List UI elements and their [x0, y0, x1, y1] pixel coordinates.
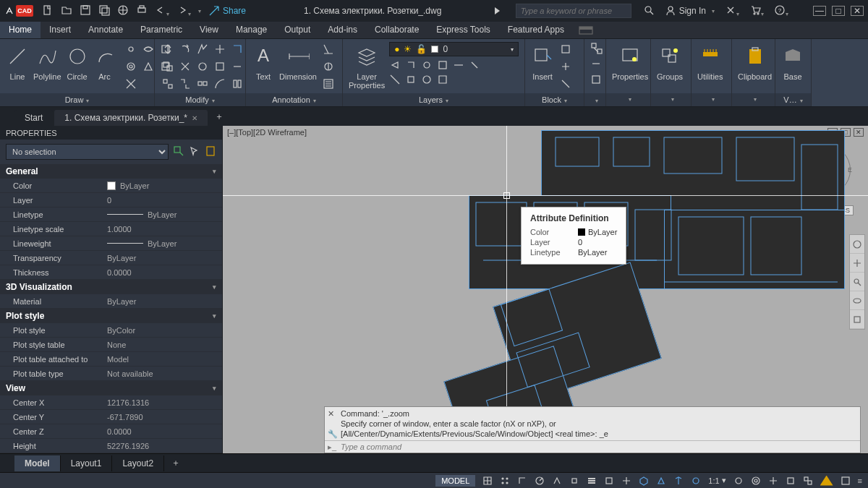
arc-tool[interactable]: Arc: [93, 42, 116, 81]
prop-row[interactable]: LinetypeByLayer: [0, 207, 222, 222]
wrench-icon[interactable]: 🔧: [328, 429, 338, 439]
isodraft-icon[interactable]: [552, 476, 562, 486]
open-icon[interactable]: [61, 4, 72, 18]
line-tool[interactable]: Line: [6, 42, 29, 81]
help-icon[interactable]: ?▾: [774, 4, 788, 18]
prop-row[interactable]: Height52276.1926: [0, 439, 222, 453]
prop-row[interactable]: Plot table attached toModel: [0, 352, 222, 367]
properties-button[interactable]: Properties: [612, 42, 648, 81]
new-tab-button[interactable]: ＋: [209, 108, 229, 126]
layout-tab-model[interactable]: Model: [14, 455, 61, 471]
panel-modify-title[interactable]: Modify: [155, 93, 245, 106]
prop-row[interactable]: Plot styleByColor: [0, 323, 222, 338]
ribbon-toggle-icon[interactable]: [573, 22, 599, 38]
cycling-icon[interactable]: [621, 476, 631, 486]
tab-insert[interactable]: Insert: [41, 22, 80, 38]
quick-calc-icon[interactable]: [205, 145, 216, 159]
prop-row[interactable]: Thickness0.0000: [0, 265, 222, 280]
prop-group-header[interactable]: View▾: [0, 381, 222, 395]
osnap-toggle-icon[interactable]: [569, 476, 579, 486]
share-button[interactable]: Share: [208, 5, 246, 17]
gizmo-icon[interactable]: [691, 476, 701, 486]
customize-icon[interactable]: ≡: [858, 476, 862, 485]
insert-block-button[interactable]: Insert: [531, 42, 554, 81]
redo-icon[interactable]: ▾: [176, 4, 191, 18]
model-paper-toggle[interactable]: MODEL: [435, 475, 475, 487]
signin-button[interactable]: Sign In ▾: [665, 5, 715, 17]
tab-featured[interactable]: Featured Apps: [499, 22, 573, 38]
prop-row[interactable]: TransparencyByLayer: [0, 251, 222, 265]
annotation-visibility-icon[interactable]: [733, 476, 744, 486]
dynamic-ucs-icon[interactable]: [656, 476, 666, 486]
prop-row[interactable]: Center X12176.1316: [0, 395, 222, 410]
select-objects-icon[interactable]: [189, 145, 200, 159]
panel-block-title[interactable]: Block: [525, 93, 584, 106]
command-line[interactable]: ✕ Command: '_.zoom Specify corner of win…: [324, 406, 861, 453]
exchange-icon[interactable]: ▾: [725, 4, 739, 18]
prop-row[interactable]: MaterialByLayer: [0, 294, 222, 309]
viewport-label[interactable]: [–][Top][2D Wireframe]: [227, 128, 307, 137]
units-icon[interactable]: [786, 476, 796, 486]
drawing-canvas[interactable]: [–][Top][2D Wireframe] — □ ✕ TOP N S E W…: [223, 126, 868, 453]
lineweight-toggle-icon[interactable]: [587, 476, 597, 486]
command-input[interactable]: ▸_ Type a command: [325, 440, 860, 453]
prop-row[interactable]: Linetype scale1.0000: [0, 222, 222, 236]
prop-row[interactable]: Center Z0.0000: [0, 424, 222, 439]
clean-screen-icon[interactable]: [841, 476, 851, 486]
workspace-switch-icon[interactable]: [751, 476, 761, 486]
tab-express[interactable]: Express Tools: [427, 22, 498, 38]
new-icon[interactable]: [42, 4, 54, 18]
search-icon[interactable]: [643, 4, 655, 18]
prop-row[interactable]: LineweightByLayer: [0, 236, 222, 251]
prop-group-header[interactable]: Plot style▾: [0, 309, 222, 323]
tab-parametric[interactable]: Parametric: [132, 22, 191, 38]
panel-draw-title[interactable]: Draw: [0, 93, 154, 106]
dimension-tool[interactable]: Dimension: [279, 42, 317, 81]
command-close-icon[interactable]: ✕: [328, 408, 334, 419]
search-input[interactable]: [516, 4, 631, 18]
annotation-monitor-icon[interactable]: [768, 476, 778, 486]
web-icon[interactable]: [117, 4, 129, 18]
tab-annotate[interactable]: Annotate: [80, 22, 132, 38]
saveas-icon[interactable]: [98, 4, 110, 18]
panel-layers-title[interactable]: Layers: [343, 93, 524, 106]
app-menu-icon[interactable]: [4, 6, 14, 16]
tab-start[interactable]: Start: [14, 110, 53, 126]
close-button[interactable]: ✕: [851, 6, 864, 16]
layer-dropdown[interactable]: ●☀🔓 0 ▾: [389, 42, 519, 56]
tab-output[interactable]: Output: [276, 22, 319, 38]
ortho-toggle-icon[interactable]: [517, 476, 527, 486]
tab-addins[interactable]: Add-ins: [319, 22, 366, 38]
text-tool[interactable]: AText: [252, 42, 275, 81]
undo-icon[interactable]: ▾: [155, 4, 169, 18]
prop-row[interactable]: ColorByLayer: [0, 179, 222, 193]
cart-icon[interactable]: ▾: [749, 4, 764, 18]
tab-document[interactable]: 1. Схема электрики. Розетки_*✕: [54, 110, 208, 126]
utilities-button[interactable]: Utilities: [697, 42, 723, 81]
qat-dropdown-icon[interactable]: ▾: [198, 8, 201, 14]
panel-annotation-title[interactable]: Annotation: [246, 93, 342, 106]
layout-tab-layout1[interactable]: Layout1: [61, 455, 113, 471]
play-icon[interactable]: [495, 7, 500, 14]
transparency-toggle-icon[interactable]: [604, 476, 614, 486]
base-button[interactable]: Base: [781, 42, 804, 81]
selection-filter-icon[interactable]: [673, 476, 684, 486]
polar-toggle-icon[interactable]: [535, 476, 545, 486]
prop-row[interactable]: Layer0: [0, 193, 222, 207]
layer-properties-button[interactable]: Layer Properties: [349, 42, 385, 90]
prop-row[interactable]: Plot table typeNot available: [0, 367, 222, 381]
prop-group-header[interactable]: 3D Visualization▾: [0, 280, 222, 294]
tab-manage[interactable]: Manage: [227, 22, 276, 38]
prop-row[interactable]: Plot style tableNone: [0, 338, 222, 352]
snap-toggle-icon[interactable]: [500, 476, 510, 486]
annotation-scale[interactable]: 1:1 ▾: [708, 476, 726, 485]
prop-row[interactable]: Center Y-671.7890: [0, 410, 222, 424]
tab-home[interactable]: Home: [0, 22, 41, 38]
grid-toggle-icon[interactable]: [482, 476, 493, 486]
add-layout-button[interactable]: ＋: [164, 454, 187, 472]
layout-tab-layout2[interactable]: Layout2: [112, 455, 164, 471]
tab-view[interactable]: View: [191, 22, 227, 38]
circle-tool[interactable]: Circle: [66, 42, 89, 81]
maximize-button[interactable]: □: [832, 6, 845, 16]
clipboard-button[interactable]: Clipboard: [738, 42, 772, 81]
